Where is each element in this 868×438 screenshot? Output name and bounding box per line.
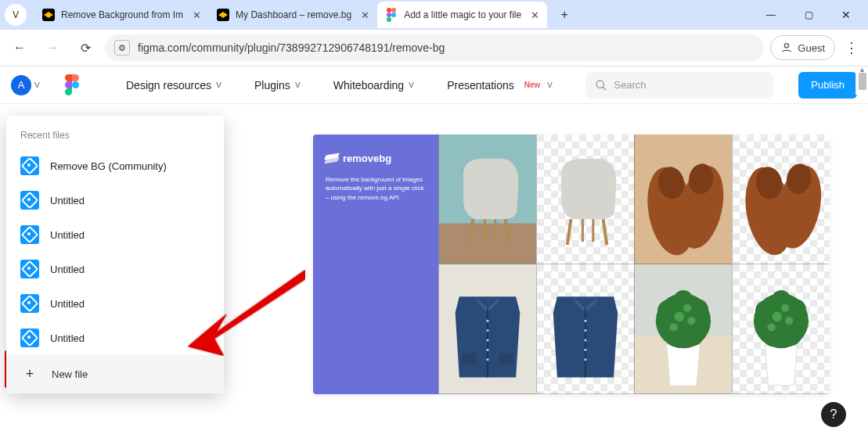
- nav-label: Whiteboarding: [333, 79, 404, 92]
- file-name: Untitled: [50, 229, 85, 241]
- hero-chair-original: [438, 135, 536, 264]
- figjam-file-icon: [20, 294, 39, 313]
- svg-point-30: [486, 329, 488, 332]
- maximize-button[interactable]: ▢: [791, 3, 826, 27]
- recent-file-item[interactable]: Untitled: [6, 217, 224, 252]
- publish-button[interactable]: Publish: [798, 72, 857, 99]
- svg-point-46: [683, 325, 704, 346]
- help-label: ?: [830, 407, 837, 422]
- minimize-button[interactable]: —: [754, 3, 788, 27]
- file-name: Remove BG (Community): [50, 160, 167, 172]
- svg-rect-12: [484, 219, 486, 242]
- search-input[interactable]: Search: [585, 72, 773, 99]
- nav-presentations[interactable]: Presentations New ᐯ: [444, 79, 556, 92]
- chevron-down-icon: ᐯ: [409, 81, 414, 89]
- new-tab-button[interactable]: +: [553, 4, 575, 26]
- svg-point-48: [675, 312, 684, 321]
- svg-point-56: [780, 325, 801, 346]
- svg-point-29: [486, 320, 488, 322]
- chevron-down-icon: ᐯ: [295, 81, 301, 89]
- svg-point-60: [767, 323, 775, 331]
- figjam-file-icon: [20, 328, 39, 347]
- new-file-label: New file: [52, 368, 88, 380]
- help-button[interactable]: ?: [821, 402, 846, 427]
- tab-search-button[interactable]: ᐯ: [5, 4, 27, 26]
- svg-point-37: [584, 320, 586, 322]
- svg-point-2: [387, 13, 391, 17]
- tab-3[interactable]: Add a little magic to your file ✕: [377, 2, 547, 28]
- new-file-button[interactable]: + New file: [6, 355, 224, 393]
- file-name: Untitled: [50, 298, 85, 310]
- recent-file-item[interactable]: Untitled: [6, 252, 224, 286]
- svg-point-39: [584, 339, 586, 341]
- figjam-file-icon: [20, 260, 39, 278]
- hero-plant-original: [634, 264, 732, 394]
- hero-shoes-cutout: [732, 135, 830, 264]
- tab-close-icon[interactable]: ✕: [361, 9, 369, 21]
- svg-point-51: [683, 303, 691, 311]
- hero-shoes-original: [634, 135, 732, 264]
- svg-point-61: [781, 304, 789, 312]
- nav-plugins[interactable]: Plugins ᐯ: [251, 79, 304, 92]
- url-text: figma.com/community/plugin/7389927129067…: [138, 41, 445, 54]
- svg-point-49: [687, 317, 695, 325]
- svg-rect-15: [602, 219, 609, 245]
- svg-point-38: [584, 329, 586, 332]
- svg-point-3: [391, 13, 396, 17]
- address-bar[interactable]: ⚙ figma.com/community/plugin/73899271290…: [105, 34, 764, 61]
- close-window-button[interactable]: ✕: [829, 3, 863, 27]
- figma-logo-icon[interactable]: [65, 74, 79, 95]
- svg-point-5: [785, 44, 789, 48]
- plugin-hero-info: removebg Remove the background of images…: [313, 135, 438, 394]
- nav-label: Design resources: [126, 79, 211, 92]
- search-placeholder: Search: [614, 79, 646, 91]
- browser-tabstrip: ᐯ Remove Background from Im ✕ My Dashboa…: [0, 0, 868, 30]
- account-switcher[interactable]: A ᐯ: [11, 75, 40, 95]
- svg-point-40: [584, 349, 586, 351]
- profile-chip[interactable]: Guest: [770, 35, 835, 60]
- recent-file-item[interactable]: Remove BG (Community): [6, 149, 224, 183]
- forward-button[interactable]: →: [39, 34, 66, 61]
- page-scrollbar[interactable]: ▲: [855, 66, 868, 95]
- chrome-menu-button[interactable]: ⋮: [841, 39, 862, 56]
- nav-whiteboarding[interactable]: Whiteboarding ᐯ: [330, 79, 417, 92]
- back-button[interactable]: ←: [6, 34, 33, 61]
- figjam-file-icon: [20, 191, 39, 210]
- site-controls-icon[interactable]: ⚙: [114, 40, 130, 56]
- nav-design-resources[interactable]: Design resources ᐯ: [123, 79, 225, 92]
- file-name: Untitled: [50, 264, 85, 275]
- tab-close-icon[interactable]: ✕: [531, 9, 539, 21]
- profile-icon: [780, 41, 793, 54]
- svg-line-7: [603, 87, 606, 90]
- svg-point-41: [584, 358, 586, 361]
- recent-file-item[interactable]: Untitled: [6, 286, 224, 321]
- browser-toolbar: ← → ⟳ ⚙ figma.com/community/plugin/73899…: [0, 30, 868, 66]
- svg-point-6: [596, 81, 603, 88]
- avatar: A: [11, 75, 31, 95]
- search-icon: [595, 79, 607, 92]
- svg-point-33: [486, 358, 488, 361]
- nav-label: Presentations: [447, 79, 514, 92]
- chevron-down-icon: ᐯ: [34, 81, 40, 89]
- svg-point-1: [391, 8, 396, 13]
- plugin-tagline: Remove the background of images automati…: [326, 175, 426, 202]
- plugin-brand: removebg: [326, 152, 426, 166]
- recent-file-item[interactable]: Untitled: [6, 321, 224, 355]
- reload-button[interactable]: ⟳: [72, 34, 99, 61]
- tab-title: Remove Background from Im: [61, 9, 183, 20]
- plus-icon: +: [20, 366, 39, 382]
- hero-plant-cutout: [732, 264, 830, 394]
- hero-chair-cutout: [536, 135, 634, 264]
- tab-close-icon[interactable]: ✕: [193, 9, 201, 21]
- tab-2[interactable]: My Dashboard – remove.bg ✕: [209, 2, 377, 28]
- publish-label: Publish: [811, 79, 845, 91]
- hero-shirt-cutout: [536, 264, 634, 394]
- hero-shirt-original: [438, 264, 536, 394]
- dropdown-section-label: Recent files: [6, 130, 224, 149]
- recent-file-item[interactable]: Untitled: [6, 183, 224, 217]
- favicon-removebg-icon: [42, 9, 55, 21]
- tab-1[interactable]: Remove Background from Im ✕: [34, 2, 209, 28]
- svg-point-31: [486, 339, 488, 341]
- svg-point-50: [669, 323, 677, 331]
- window-controls: — ▢ ✕: [754, 3, 863, 27]
